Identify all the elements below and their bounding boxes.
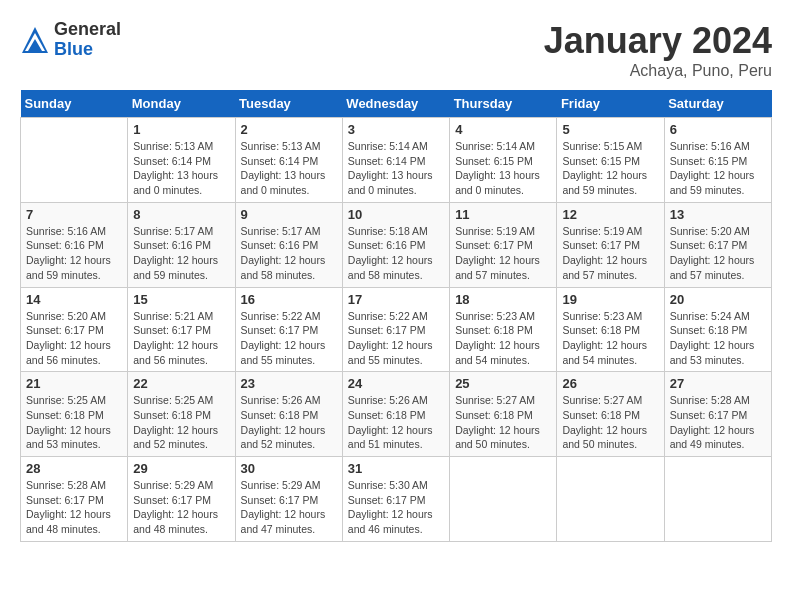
day-number: 15 <box>133 292 229 307</box>
day-info: Sunrise: 5:24 AM Sunset: 6:18 PM Dayligh… <box>670 309 766 368</box>
calendar-cell: 18Sunrise: 5:23 AM Sunset: 6:18 PM Dayli… <box>450 287 557 372</box>
day-number: 16 <box>241 292 337 307</box>
calendar-week-4: 28Sunrise: 5:28 AM Sunset: 6:17 PM Dayli… <box>21 457 772 542</box>
day-info: Sunrise: 5:26 AM Sunset: 6:18 PM Dayligh… <box>241 393 337 452</box>
day-number: 28 <box>26 461 122 476</box>
day-info: Sunrise: 5:27 AM Sunset: 6:18 PM Dayligh… <box>455 393 551 452</box>
day-number: 30 <box>241 461 337 476</box>
month-title: January 2024 <box>544 20 772 62</box>
calendar-week-2: 14Sunrise: 5:20 AM Sunset: 6:17 PM Dayli… <box>21 287 772 372</box>
logo: General Blue <box>20 20 121 60</box>
calendar-cell: 13Sunrise: 5:20 AM Sunset: 6:17 PM Dayli… <box>664 202 771 287</box>
day-info: Sunrise: 5:23 AM Sunset: 6:18 PM Dayligh… <box>455 309 551 368</box>
day-info: Sunrise: 5:21 AM Sunset: 6:17 PM Dayligh… <box>133 309 229 368</box>
calendar-cell: 8Sunrise: 5:17 AM Sunset: 6:16 PM Daylig… <box>128 202 235 287</box>
calendar-cell: 22Sunrise: 5:25 AM Sunset: 6:18 PM Dayli… <box>128 372 235 457</box>
calendar-cell: 31Sunrise: 5:30 AM Sunset: 6:17 PM Dayli… <box>342 457 449 542</box>
calendar-cell: 26Sunrise: 5:27 AM Sunset: 6:18 PM Dayli… <box>557 372 664 457</box>
calendar-cell <box>21 118 128 203</box>
day-info: Sunrise: 5:26 AM Sunset: 6:18 PM Dayligh… <box>348 393 444 452</box>
calendar-cell: 1Sunrise: 5:13 AM Sunset: 6:14 PM Daylig… <box>128 118 235 203</box>
calendar-cell: 3Sunrise: 5:14 AM Sunset: 6:14 PM Daylig… <box>342 118 449 203</box>
calendar-cell: 28Sunrise: 5:28 AM Sunset: 6:17 PM Dayli… <box>21 457 128 542</box>
day-info: Sunrise: 5:16 AM Sunset: 6:16 PM Dayligh… <box>26 224 122 283</box>
day-info: Sunrise: 5:13 AM Sunset: 6:14 PM Dayligh… <box>133 139 229 198</box>
day-number: 9 <box>241 207 337 222</box>
calendar-week-0: 1Sunrise: 5:13 AM Sunset: 6:14 PM Daylig… <box>21 118 772 203</box>
day-info: Sunrise: 5:19 AM Sunset: 6:17 PM Dayligh… <box>562 224 658 283</box>
day-info: Sunrise: 5:18 AM Sunset: 6:16 PM Dayligh… <box>348 224 444 283</box>
day-info: Sunrise: 5:28 AM Sunset: 6:17 PM Dayligh… <box>26 478 122 537</box>
column-header-saturday: Saturday <box>664 90 771 118</box>
day-number: 29 <box>133 461 229 476</box>
logo-blue: Blue <box>54 40 121 60</box>
day-info: Sunrise: 5:14 AM Sunset: 6:15 PM Dayligh… <box>455 139 551 198</box>
calendar-cell: 25Sunrise: 5:27 AM Sunset: 6:18 PM Dayli… <box>450 372 557 457</box>
day-info: Sunrise: 5:27 AM Sunset: 6:18 PM Dayligh… <box>562 393 658 452</box>
day-info: Sunrise: 5:20 AM Sunset: 6:17 PM Dayligh… <box>26 309 122 368</box>
day-number: 26 <box>562 376 658 391</box>
calendar-cell: 12Sunrise: 5:19 AM Sunset: 6:17 PM Dayli… <box>557 202 664 287</box>
day-number: 11 <box>455 207 551 222</box>
day-number: 4 <box>455 122 551 137</box>
calendar-cell: 14Sunrise: 5:20 AM Sunset: 6:17 PM Dayli… <box>21 287 128 372</box>
day-info: Sunrise: 5:25 AM Sunset: 6:18 PM Dayligh… <box>26 393 122 452</box>
day-number: 1 <box>133 122 229 137</box>
day-info: Sunrise: 5:17 AM Sunset: 6:16 PM Dayligh… <box>241 224 337 283</box>
day-number: 18 <box>455 292 551 307</box>
day-number: 5 <box>562 122 658 137</box>
day-number: 25 <box>455 376 551 391</box>
day-info: Sunrise: 5:25 AM Sunset: 6:18 PM Dayligh… <box>133 393 229 452</box>
calendar-cell: 21Sunrise: 5:25 AM Sunset: 6:18 PM Dayli… <box>21 372 128 457</box>
day-info: Sunrise: 5:29 AM Sunset: 6:17 PM Dayligh… <box>133 478 229 537</box>
calendar-cell: 19Sunrise: 5:23 AM Sunset: 6:18 PM Dayli… <box>557 287 664 372</box>
day-info: Sunrise: 5:29 AM Sunset: 6:17 PM Dayligh… <box>241 478 337 537</box>
calendar-cell: 4Sunrise: 5:14 AM Sunset: 6:15 PM Daylig… <box>450 118 557 203</box>
calendar-body: 1Sunrise: 5:13 AM Sunset: 6:14 PM Daylig… <box>21 118 772 542</box>
calendar-cell: 23Sunrise: 5:26 AM Sunset: 6:18 PM Dayli… <box>235 372 342 457</box>
day-info: Sunrise: 5:23 AM Sunset: 6:18 PM Dayligh… <box>562 309 658 368</box>
day-number: 13 <box>670 207 766 222</box>
day-number: 12 <box>562 207 658 222</box>
day-number: 8 <box>133 207 229 222</box>
calendar-cell: 15Sunrise: 5:21 AM Sunset: 6:17 PM Dayli… <box>128 287 235 372</box>
day-info: Sunrise: 5:15 AM Sunset: 6:15 PM Dayligh… <box>562 139 658 198</box>
calendar-cell: 7Sunrise: 5:16 AM Sunset: 6:16 PM Daylig… <box>21 202 128 287</box>
day-number: 10 <box>348 207 444 222</box>
calendar-cell <box>664 457 771 542</box>
calendar-cell: 9Sunrise: 5:17 AM Sunset: 6:16 PM Daylig… <box>235 202 342 287</box>
calendar-cell: 24Sunrise: 5:26 AM Sunset: 6:18 PM Dayli… <box>342 372 449 457</box>
day-number: 22 <box>133 376 229 391</box>
calendar-cell: 10Sunrise: 5:18 AM Sunset: 6:16 PM Dayli… <box>342 202 449 287</box>
calendar-header-row: SundayMondayTuesdayWednesdayThursdayFrid… <box>21 90 772 118</box>
logo-general: General <box>54 20 121 40</box>
column-header-sunday: Sunday <box>21 90 128 118</box>
location: Achaya, Puno, Peru <box>544 62 772 80</box>
day-info: Sunrise: 5:19 AM Sunset: 6:17 PM Dayligh… <box>455 224 551 283</box>
day-number: 19 <box>562 292 658 307</box>
calendar-cell: 11Sunrise: 5:19 AM Sunset: 6:17 PM Dayli… <box>450 202 557 287</box>
column-header-thursday: Thursday <box>450 90 557 118</box>
column-header-friday: Friday <box>557 90 664 118</box>
day-number: 21 <box>26 376 122 391</box>
calendar-cell: 17Sunrise: 5:22 AM Sunset: 6:17 PM Dayli… <box>342 287 449 372</box>
calendar-cell: 30Sunrise: 5:29 AM Sunset: 6:17 PM Dayli… <box>235 457 342 542</box>
logo-text: General Blue <box>54 20 121 60</box>
calendar-week-1: 7Sunrise: 5:16 AM Sunset: 6:16 PM Daylig… <box>21 202 772 287</box>
title-block: January 2024 Achaya, Puno, Peru <box>544 20 772 80</box>
calendar-cell: 2Sunrise: 5:13 AM Sunset: 6:14 PM Daylig… <box>235 118 342 203</box>
day-number: 23 <box>241 376 337 391</box>
calendar-cell: 6Sunrise: 5:16 AM Sunset: 6:15 PM Daylig… <box>664 118 771 203</box>
calendar-cell <box>450 457 557 542</box>
day-info: Sunrise: 5:17 AM Sunset: 6:16 PM Dayligh… <box>133 224 229 283</box>
day-info: Sunrise: 5:22 AM Sunset: 6:17 PM Dayligh… <box>241 309 337 368</box>
day-info: Sunrise: 5:20 AM Sunset: 6:17 PM Dayligh… <box>670 224 766 283</box>
calendar-cell: 5Sunrise: 5:15 AM Sunset: 6:15 PM Daylig… <box>557 118 664 203</box>
column-header-monday: Monday <box>128 90 235 118</box>
page-header: General Blue January 2024 Achaya, Puno, … <box>20 20 772 80</box>
calendar-cell: 20Sunrise: 5:24 AM Sunset: 6:18 PM Dayli… <box>664 287 771 372</box>
calendar-table: SundayMondayTuesdayWednesdayThursdayFrid… <box>20 90 772 542</box>
day-number: 20 <box>670 292 766 307</box>
day-info: Sunrise: 5:13 AM Sunset: 6:14 PM Dayligh… <box>241 139 337 198</box>
column-header-wednesday: Wednesday <box>342 90 449 118</box>
